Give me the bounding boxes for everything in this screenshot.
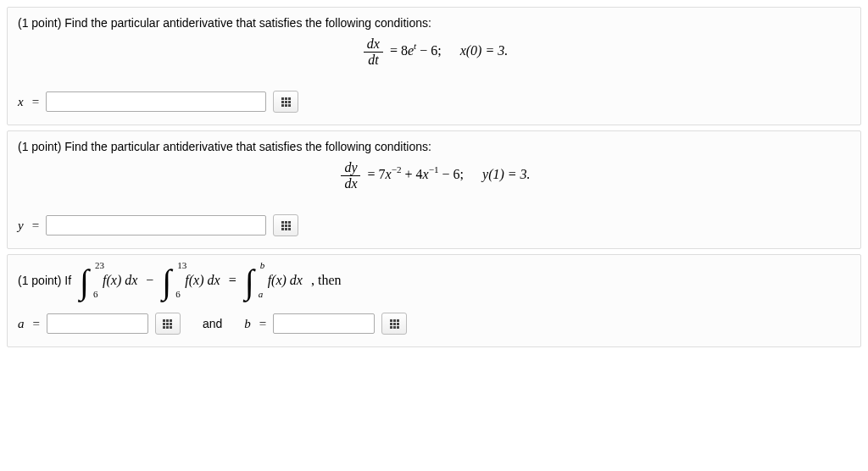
and-text: and <box>203 317 222 330</box>
problem-1-equation: dx dt = 8et − 6; x(0) = 3. <box>18 36 850 67</box>
equation-editor-button[interactable] <box>155 313 181 335</box>
x-label: x <box>18 95 24 109</box>
fraction-dy-dx: dy dx <box>341 160 360 191</box>
y-answer-input[interactable] <box>46 215 266 236</box>
then-text: , then <box>311 273 342 288</box>
integral-symbol: ∫ 13 6 <box>162 263 171 297</box>
integral-3: ∫ b a f(x) dx <box>245 263 303 297</box>
problem-2-prompt: (1 point) Find the particular antideriva… <box>18 140 850 153</box>
integral-symbol: ∫ 23 6 <box>80 263 89 297</box>
integral-1: ∫ 23 6 f(x) dx <box>80 263 137 297</box>
grid-icon <box>390 319 399 329</box>
equation-editor-button[interactable] <box>273 214 298 236</box>
problem-3: (1 point) If ∫ 23 6 f(x) dx − ∫ 13 6 f(x… <box>7 254 861 347</box>
b-answer-input[interactable] <box>273 313 375 334</box>
integral-2: ∫ 13 6 f(x) dx <box>162 263 220 297</box>
problem-1: (1 point) Find the particular antideriva… <box>7 7 861 125</box>
problem-2-answer-row: y = <box>18 214 850 236</box>
grid-icon <box>281 221 291 230</box>
problem-1-answer-row: x = <box>18 91 850 113</box>
problem-3-statement: (1 point) If ∫ 23 6 f(x) dx − ∫ 13 6 f(x… <box>18 263 850 297</box>
problem-3-lead: (1 point) If <box>18 274 71 287</box>
b-label: b <box>244 317 251 331</box>
x-answer-input[interactable] <box>46 91 266 112</box>
grid-icon <box>163 319 172 329</box>
y-label: y <box>18 219 24 233</box>
problem-1-prompt: (1 point) Find the particular antideriva… <box>18 16 850 30</box>
problem-2: (1 point) Find the particular antideriva… <box>7 130 861 249</box>
problem-3-answer-row: a = and b = <box>18 313 850 335</box>
fraction-dx-dt: dx dt <box>364 36 383 67</box>
problem-2-equation: dy dx = 7x−2 + 4x−1 − 6; y(1) = 3. <box>18 160 850 191</box>
equation-editor-button[interactable] <box>381 313 407 335</box>
a-label: a <box>18 317 25 331</box>
grid-icon <box>281 97 291 107</box>
equation-editor-button[interactable] <box>273 91 298 113</box>
integral-symbol: ∫ b a <box>245 263 254 297</box>
a-answer-input[interactable] <box>47 313 148 334</box>
